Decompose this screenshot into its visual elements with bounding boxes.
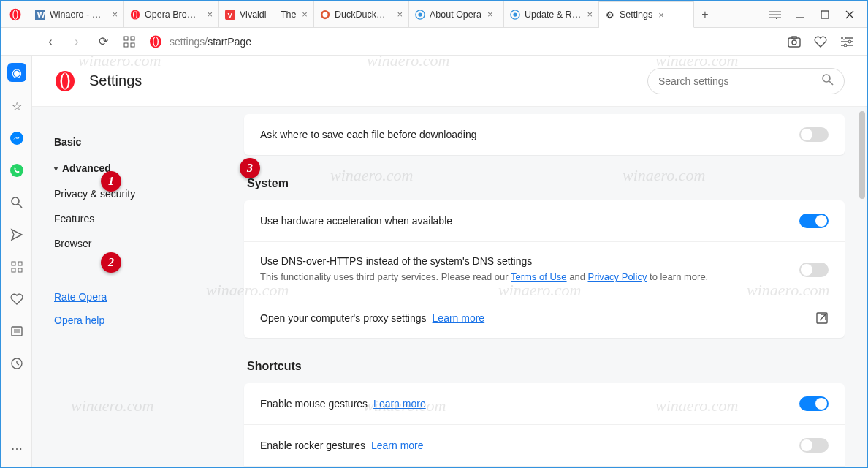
forward-button[interactable]: › <box>66 31 88 53</box>
search-settings-box[interactable] <box>647 68 845 94</box>
svg-point-56 <box>823 75 830 82</box>
svg-rect-24 <box>131 37 134 40</box>
link-learn-more-rocker[interactable]: Learn more <box>371 439 424 451</box>
svg-rect-23 <box>124 37 128 40</box>
news-icon[interactable] <box>9 323 25 339</box>
search-input[interactable] <box>658 75 816 87</box>
svg-rect-30 <box>788 38 800 47</box>
svg-rect-20 <box>821 11 829 18</box>
svg-rect-44 <box>18 262 22 265</box>
address-bar[interactable]: settings/startPage <box>145 35 780 48</box>
setting-row-proxy[interactable]: Open your computer's proxy settingsLearn… <box>244 298 845 338</box>
reload-button[interactable]: ⟳ <box>92 31 114 53</box>
svg-line-59 <box>820 314 826 320</box>
tab-duckduckgo[interactable]: DuckDuckGo - × <box>314 1 409 27</box>
browser-sidebar: ◉ ☆ ⋯ <box>1 56 32 467</box>
settings-sidebar: Basic ▾ Advanced Privacy & security Feat… <box>32 107 200 467</box>
svg-point-41 <box>12 197 19 205</box>
close-icon[interactable]: × <box>487 9 493 20</box>
sidebar-item-browser[interactable]: Browser <box>54 231 200 256</box>
url-text: settings/startPage <box>170 36 251 48</box>
sidebar-item-privacy[interactable]: Privacy & security <box>54 181 200 206</box>
close-icon[interactable]: × <box>587 9 593 20</box>
opera-logo-icon <box>54 70 76 92</box>
setting-row-dns: Use DNS-over-HTTPS instead of the system… <box>244 241 845 298</box>
page-content: Settings Basic ▾ Advanced Privacy & secu… <box>32 56 867 467</box>
tab-vivaldi[interactable]: V Vivaldi — The × <box>219 1 314 27</box>
annotation-3: 3 <box>240 158 260 178</box>
svg-rect-43 <box>12 262 15 265</box>
svg-text:W: W <box>37 10 45 19</box>
svg-point-13 <box>418 12 422 16</box>
search-icon[interactable] <box>9 195 25 211</box>
heart-icon[interactable] <box>811 32 830 51</box>
svg-point-29 <box>154 37 158 46</box>
opera-menu-icon[interactable] <box>1 8 29 21</box>
sidebar-item-basic[interactable]: Basic <box>54 129 200 155</box>
link-privacy[interactable]: Privacy Policy <box>587 271 647 282</box>
toggle-dns[interactable] <box>799 263 829 277</box>
workspaces-icon[interactable] <box>763 1 788 28</box>
tab-strip: W Winaero - Free × Opera Browser × V Viv… <box>29 1 763 27</box>
home-icon[interactable]: ◉ <box>7 63 26 82</box>
more-icon[interactable]: ⋯ <box>9 440 25 456</box>
link-learn-more-proxy[interactable]: Learn more <box>433 312 485 324</box>
close-icon[interactable]: × <box>302 9 308 20</box>
tab-settings[interactable]: ⚙ Settings × <box>599 1 694 28</box>
speed-dial-icon[interactable] <box>118 31 140 53</box>
svg-line-52 <box>17 363 19 365</box>
close-icon[interactable]: × <box>397 9 403 20</box>
setting-row-hw-accel: Use hardware acceleration when available <box>244 200 845 241</box>
back-button[interactable]: ‹ <box>39 31 61 53</box>
sidebar-item-features[interactable]: Features <box>54 206 200 231</box>
speed-dial-icon[interactable] <box>9 259 25 275</box>
close-icon[interactable]: × <box>658 10 664 20</box>
bookmark-star-icon[interactable]: ☆ <box>9 98 25 114</box>
tab-opera-browser[interactable]: Opera Browser × <box>124 1 219 27</box>
toggle-hw-accel[interactable] <box>799 214 829 228</box>
svg-rect-45 <box>12 268 15 272</box>
window-controls <box>763 1 867 28</box>
close-icon[interactable]: × <box>112 9 118 20</box>
setting-row-rocker-gestures: Enable rocker gesturesLearn more <box>244 424 845 466</box>
vivaldi-favicon: V <box>225 10 235 20</box>
messenger-icon[interactable] <box>9 130 25 146</box>
close-icon[interactable]: × <box>207 9 213 20</box>
settings-main: Ask where to save each file before downl… <box>200 107 867 467</box>
history-icon[interactable] <box>9 355 25 371</box>
svg-point-11 <box>323 12 328 17</box>
link-learn-more-mouse[interactable]: Learn more <box>373 398 426 410</box>
section-shortcuts: Shortcuts <box>247 360 845 373</box>
scrollbar-thumb[interactable] <box>859 111 865 199</box>
maximize-button[interactable] <box>812 1 837 28</box>
minimize-button[interactable] <box>788 1 812 28</box>
caret-down-icon: ▾ <box>54 165 58 173</box>
toggle-ask-save[interactable] <box>799 127 829 142</box>
annotation-1: 1 <box>101 171 121 192</box>
heart-outline-icon[interactable] <box>9 291 25 307</box>
toggle-mouse-gestures[interactable] <box>799 396 829 411</box>
svg-rect-26 <box>131 43 134 47</box>
opera-page-icon <box>149 35 162 48</box>
titlebar: W Winaero - Free × Opera Browser × V Viv… <box>1 1 867 28</box>
opera-favicon <box>415 10 425 20</box>
link-terms[interactable]: Terms of Use <box>511 271 567 282</box>
page-title: Settings <box>89 72 142 89</box>
setting-row-mouse-gestures: Enable mouse gesturesLearn more <box>244 383 845 424</box>
sidebar-item-advanced[interactable]: ▾ Advanced <box>54 155 200 181</box>
easy-setup-icon[interactable] <box>837 32 856 51</box>
tab-winaero[interactable]: W Winaero - Free × <box>29 1 124 27</box>
link-opera-help[interactable]: Opera help <box>54 309 200 332</box>
tab-about-opera[interactable]: About Opera × <box>409 1 504 27</box>
external-link-icon <box>815 312 829 325</box>
whatsapp-icon[interactable] <box>9 162 25 178</box>
tab-update[interactable]: Update & Rec × <box>504 1 599 27</box>
settings-header: Settings <box>32 56 867 107</box>
new-tab-button[interactable]: + <box>694 1 716 27</box>
link-rate-opera[interactable]: Rate Opera <box>54 285 200 309</box>
toggle-rocker-gestures[interactable] <box>799 438 829 453</box>
dns-description: This functionality uses third party serv… <box>260 270 785 284</box>
send-icon[interactable] <box>9 227 25 243</box>
close-window-button[interactable] <box>837 1 862 28</box>
snapshot-icon[interactable] <box>785 32 804 51</box>
